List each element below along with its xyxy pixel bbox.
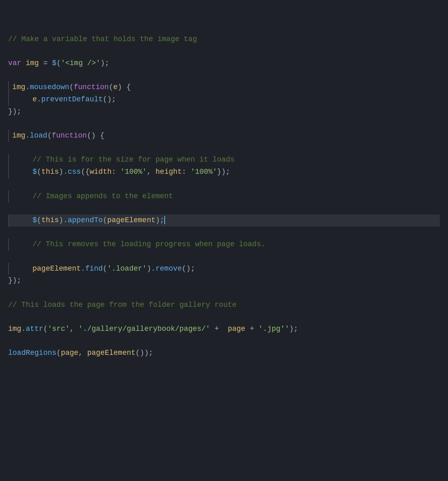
- token-plain: [48, 59, 52, 67]
- token-this: this: [41, 216, 59, 224]
- token-plain: ();: [103, 95, 116, 103]
- token-plain: ());: [135, 349, 153, 357]
- line-content: });: [8, 275, 21, 286]
- token-plain: ): [59, 168, 63, 176]
- code-line: pageElement.find('.loader').remove();: [8, 263, 440, 275]
- token-plain: (: [57, 59, 61, 67]
- code-line: [8, 227, 440, 239]
- token-comment: // This loads the page from the folder g…: [8, 301, 237, 309]
- token-prop: .appendTo: [63, 216, 103, 224]
- code-line: $(this).css({width: '100%', height: '100…: [8, 166, 440, 178]
- token-var: img: [26, 59, 39, 67]
- line-content: // This removes the loading progress whe…: [9, 238, 265, 250]
- line-content: loadRegions(page, pageElement());: [8, 347, 153, 359]
- line-content: [8, 287, 13, 299]
- token-plain: });: [217, 168, 230, 176]
- token-plain: ): [59, 216, 63, 224]
- token-string: 'src': [48, 325, 70, 333]
- token-keyword: var: [8, 59, 21, 67]
- token-plain: ): [147, 265, 151, 273]
- token-plain: [39, 59, 43, 67]
- token-comment: // This is for the size for page when it…: [33, 155, 235, 164]
- code-editor: // Make a variable that holds the image …: [8, 10, 440, 359]
- token-var: pageElement: [107, 216, 156, 224]
- token-dollar: $: [52, 59, 57, 67]
- token-plain: ,: [147, 168, 156, 176]
- code-line: [8, 287, 440, 299]
- token-var: pageElement: [87, 349, 135, 357]
- code-line: [8, 45, 440, 57]
- code-line: [8, 70, 440, 82]
- line-content: [8, 311, 13, 323]
- token-plain: (: [47, 131, 52, 140]
- line-content: $(this).appendTo(pageElement);: [9, 214, 165, 226]
- token-this: this: [41, 168, 59, 176]
- token-prop: .css: [63, 168, 81, 176]
- code-line: [8, 178, 440, 190]
- line-content: [8, 202, 13, 214]
- line-content: img.mousedown(function(e) {: [9, 81, 131, 93]
- token-comment: // Make a variable that holds the image …: [8, 35, 197, 43]
- token-plain: ();: [182, 265, 195, 273]
- token-attr-key: height: [156, 168, 182, 176]
- token-string: '100%': [120, 168, 147, 176]
- token-string: '.jpg': [259, 325, 285, 333]
- token-plain: });: [8, 107, 21, 116]
- token-func: loadRegions: [8, 349, 57, 357]
- token-plain: });: [8, 276, 21, 284]
- token-plain: ,: [78, 349, 87, 357]
- token-var: img: [12, 131, 25, 140]
- token-plain: (: [43, 325, 48, 333]
- token-dollar: $: [33, 168, 37, 176]
- token-string: '100%': [191, 168, 217, 176]
- token-var: pageElement: [33, 265, 81, 273]
- line-content: [8, 142, 13, 154]
- line-content: [8, 178, 13, 190]
- code-line: [8, 142, 440, 154]
- token-keyword: function: [74, 83, 109, 91]
- token-plain: :: [182, 168, 191, 176]
- token-plain: [210, 325, 215, 333]
- code-line: // Images appends to the element: [8, 190, 440, 203]
- token-plain: (: [103, 216, 107, 224]
- token-var: page: [228, 325, 245, 333]
- code-line: // This loads the page from the folder g…: [8, 299, 440, 311]
- token-plain: (: [109, 83, 113, 91]
- token-var: e: [113, 83, 117, 91]
- code-line: img.mousedown(function(e) {: [8, 81, 440, 94]
- line-content: [8, 227, 13, 238]
- token-plain: [219, 325, 228, 333]
- token-plain: ) {: [117, 83, 130, 91]
- code-line: });: [8, 275, 440, 287]
- token-prop: .preventDefault: [37, 95, 103, 103]
- line-content: });: [8, 106, 21, 118]
- token-prop: .find: [81, 265, 103, 273]
- line-content: [8, 70, 13, 81]
- token-comment: // This removes the loading progress whe…: [33, 240, 265, 248]
- token-plain: (: [69, 83, 74, 91]
- token-plain: [254, 325, 259, 333]
- token-plain: [21, 59, 26, 67]
- token-var: e: [33, 95, 37, 103]
- code-line: img.load(function() {: [8, 130, 440, 142]
- token-attr-key: width: [89, 168, 111, 176]
- line-content: [8, 45, 13, 57]
- token-plain: (: [37, 216, 41, 224]
- line-content: img.attr('src', './gallery/gallerybook/p…: [8, 323, 298, 335]
- token-var: page: [61, 349, 78, 357]
- line-content: // This is for the size for page when it…: [9, 154, 235, 166]
- code-line: e.preventDefault();: [8, 94, 440, 106]
- cursor: [164, 216, 165, 224]
- line-content: [8, 118, 13, 129]
- token-prop: .remove: [151, 265, 182, 273]
- token-string: '<img />': [61, 59, 100, 67]
- line-content: // This loads the page from the folder g…: [8, 299, 237, 311]
- token-plain: (: [37, 168, 41, 176]
- token-keyword: function: [52, 131, 87, 140]
- line-content: pageElement.find('.loader').remove();: [9, 263, 195, 275]
- line-content: e.preventDefault();: [9, 94, 116, 105]
- token-plain: :: [112, 168, 121, 176]
- token-plain: );: [156, 216, 165, 224]
- token-string: './gallery/gallerybook/pages/': [78, 325, 210, 333]
- code-line: img.attr('src', './gallery/gallerybook/p…: [8, 323, 440, 335]
